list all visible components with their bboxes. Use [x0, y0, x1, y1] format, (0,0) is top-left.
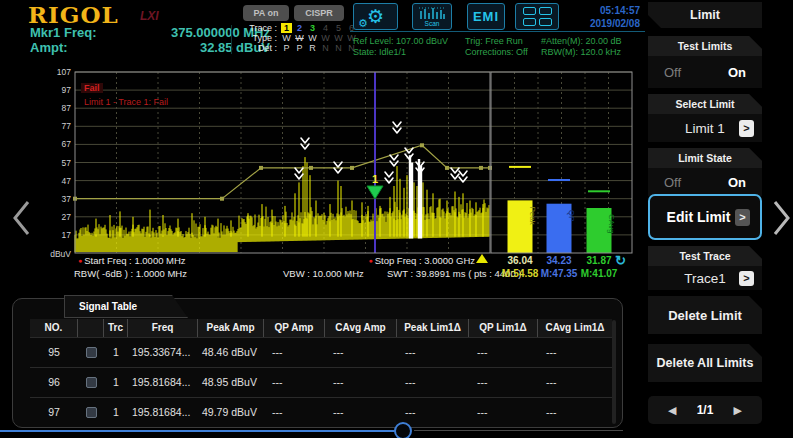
red-dot-icon: ●	[368, 257, 372, 264]
left-panel-chevron[interactable]	[10, 198, 34, 238]
marker-readout: Mkr1 Freq: 375.000000 MHz Ampt: 32.85 dB…	[30, 25, 270, 55]
menu-pager: ◀ 1/1 ▶	[648, 396, 762, 424]
svg-text:57: 57	[62, 158, 72, 168]
svg-text:Limit 1 - Trace 1: Fail: Limit 1 - Trace 1: Fail	[84, 97, 168, 107]
edit-limit-button[interactable]: Edit Limit >	[648, 194, 762, 240]
table-row[interactable]: 95 1 195.33674... 48.46 dBuV --- --- ---…	[30, 337, 612, 367]
det-label: Det :	[237, 43, 277, 53]
det-4: N	[319, 43, 332, 53]
right-panel-chevron[interactable]	[770, 198, 793, 238]
det-3: R	[306, 43, 319, 53]
stop-freq-readout: ●Stop Freq : 3.0000 GHz	[361, 255, 475, 266]
windows-icon	[523, 7, 552, 26]
start-freq-readout: ●Start Freq : 1.0000 MHz	[78, 255, 186, 266]
cispr-button[interactable]: CISPR	[294, 5, 344, 21]
svg-text:77: 77	[62, 121, 72, 131]
col-peak-amp: Peak Amp	[198, 319, 264, 337]
test-trace-value[interactable]: Trace1	[684, 271, 726, 286]
row-checkbox[interactable]	[86, 407, 97, 418]
type-2: W	[293, 33, 306, 43]
clock-date: 2019/02/08	[568, 17, 640, 30]
row-checkbox[interactable]	[86, 347, 97, 358]
svg-text:47: 47	[62, 176, 72, 186]
bottom-handle-line-gray	[414, 430, 623, 431]
delete-all-limits-button[interactable]: Delete All Limits	[648, 344, 762, 382]
svg-text:107: 107	[57, 67, 71, 77]
trace-label: Trace :	[237, 23, 277, 33]
select-limit-section: Select Limit Limit 1 >	[648, 94, 762, 142]
delete-limit-button[interactable]: Delete Limit	[648, 296, 762, 334]
row-checkbox[interactable]	[86, 377, 97, 388]
type-4: W	[319, 33, 332, 43]
trig-readout: Trig: Free Run	[465, 36, 528, 47]
chevron-right-icon[interactable]: >	[739, 271, 754, 286]
scan-label: Scan	[425, 20, 440, 27]
type-3: W	[306, 33, 319, 43]
test-limits-off[interactable]: Off	[664, 65, 681, 80]
col-no: NO.	[30, 319, 78, 337]
clock-time: 05:14:57	[568, 4, 640, 17]
state-readout: State: Idle1/1	[353, 47, 448, 58]
limit-state-on[interactable]: On	[728, 175, 746, 190]
select-limit-header: Select Limit	[648, 94, 762, 114]
cavg-bar-max: M:41.07	[577, 268, 621, 279]
trace-legend[interactable]: Trace : 1 2 3 4 5 6 Type : W W W W W W D…	[237, 23, 358, 53]
rbw-6db-readout: RBW( -6dB ) : 1.0000 MHz	[74, 268, 187, 279]
chevron-right-icon[interactable]: >	[739, 120, 754, 137]
settings-button[interactable]: ⚙⚙	[353, 3, 398, 30]
test-limits-on[interactable]: On	[728, 65, 746, 80]
peak-bar-value: 36.04	[498, 255, 542, 266]
info-col-1: Ref Level: 107.00 dBuV State: Idle1/1	[353, 36, 448, 58]
table-row[interactable]: 97 1 195.81684... 49.79 dBuV --- --- ---…	[30, 397, 612, 426]
pa-on-button[interactable]: PA on	[243, 5, 289, 21]
scan-icon	[418, 6, 446, 20]
type-1: W	[280, 33, 293, 43]
page-next-icon[interactable]: ▶	[733, 404, 741, 417]
vbw-readout: VBW : 10.000 MHz	[283, 268, 364, 279]
col-qp-amp: QP Amp	[264, 319, 325, 337]
bottom-handle-line	[0, 430, 396, 432]
signal-table-tab[interactable]: Signal Table	[64, 295, 188, 318]
mkr-freq-label: Mkr1 Freq:	[30, 25, 96, 40]
page-prev-icon[interactable]: ◀	[668, 404, 676, 417]
select-limit-value[interactable]: Limit 1	[685, 121, 725, 136]
svg-text:1: 1	[372, 173, 378, 185]
limit-state-off[interactable]: Off	[664, 175, 681, 190]
limit-state-section: Limit State Off On	[648, 148, 762, 196]
test-trace-section: Test Trace Trace1 >	[648, 246, 762, 290]
page-indicator: 1/1	[697, 403, 714, 417]
refresh-icon[interactable]: ↻	[615, 253, 626, 268]
svg-text:dBuV: dBuV	[50, 249, 71, 259]
trace-1[interactable]: 1	[281, 23, 292, 33]
svg-text:87: 87	[62, 103, 72, 113]
bottom-drag-handle[interactable]	[394, 422, 412, 438]
table-scrollbar[interactable]	[612, 320, 616, 424]
svg-text:QP: QP	[567, 210, 576, 222]
svg-text:Fail: Fail	[84, 83, 100, 93]
header-divider	[231, 25, 232, 54]
rbw-readout: RBW(M): 120.0 kHz	[541, 47, 622, 58]
svg-text:CAvg: CAvg	[607, 214, 616, 233]
trace-3[interactable]: 3	[306, 23, 319, 33]
layout-button[interactable]	[515, 3, 559, 30]
col-trc: Trc	[104, 319, 128, 337]
scan-button[interactable]: Scan	[412, 3, 452, 30]
emi-mode-button[interactable]: EMI	[467, 3, 505, 30]
freq-marker-triangle-icon	[476, 254, 488, 263]
trace-4[interactable]: 4	[319, 23, 332, 33]
trace-5[interactable]: 5	[332, 23, 345, 33]
corrections-readout: Corrections: Off	[465, 47, 528, 58]
table-row[interactable]: 96 1 195.81684... 48.95 dBuV --- --- ---…	[30, 367, 612, 397]
trace-2[interactable]: 2	[293, 23, 306, 33]
svg-text:67: 67	[62, 139, 72, 149]
qp-bar-value: 34.23	[537, 255, 581, 266]
chevron-right-icon: >	[735, 209, 750, 226]
info-col-3: #Atten(M): 20.00 dB RBW(M): 120.0 kHz	[541, 36, 622, 58]
limit-state-header: Limit State	[648, 148, 762, 168]
signal-table-header: NO. Trc Freq Peak Amp QP Amp CAvg Amp Pe…	[30, 319, 612, 337]
svg-text:97: 97	[62, 85, 72, 95]
det-2: P	[293, 43, 306, 53]
type-label: Type :	[237, 33, 277, 43]
col-check	[78, 319, 104, 337]
det-1: P	[280, 43, 293, 53]
